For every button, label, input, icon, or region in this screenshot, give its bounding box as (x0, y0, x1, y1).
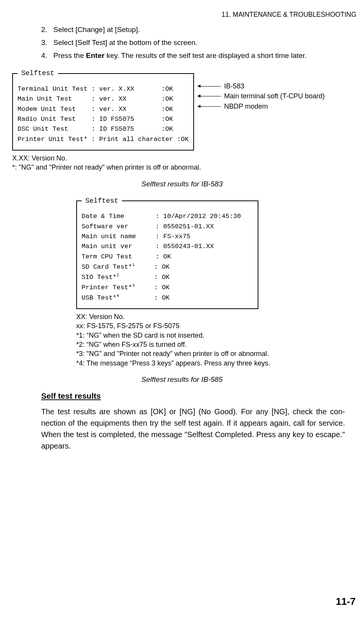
body-paragraph: The test results are shown as [OK] or [N… (8, 406, 356, 452)
step-text-part: key. The results of the self test are di… (104, 51, 307, 59)
test-label: SD Card Test* (82, 263, 132, 271)
selftest-panel-1: Selftest Terminal Unit Test : ver. X.XX … (12, 68, 194, 151)
step-item: 2. Select [Change] at [Setup]. (41, 26, 345, 34)
annotation-row: IB-583 (197, 81, 325, 91)
step-item: 4. Press the Enter key. The results of t… (41, 51, 345, 60)
test-row: Terminal Unit Test : ver. X.XX :OK (18, 84, 189, 94)
note-line: *2: “NG” when FS-xx75 is turned off. (76, 340, 356, 349)
note-line: *1: “NG” when the SD card is not inserte… (76, 331, 356, 340)
step-number: 3. (41, 38, 53, 47)
step-text: Select [Self Test] at the bottom of the … (53, 38, 345, 47)
test-row: Radio Unit Test : ID FS5075 :OK (18, 114, 189, 124)
test-value: : OK (119, 274, 170, 281)
test-row: Software ver : 0550251-01.XX (82, 222, 253, 232)
test-row: SIO Test*2 : OK (82, 272, 253, 282)
selftest-panel-2: Selftest Date & Time : 10/Apr/2012 20:45… (76, 196, 258, 309)
arrow-left-icon (197, 86, 221, 87)
annotation-label: Main terminal soft (T-CPU board) (224, 92, 325, 100)
test-row: DSC Unit Test : ID FS5075 :OK (18, 124, 189, 134)
test-value: : OK (135, 263, 170, 271)
figure-1-box: Selftest Terminal Unit Test : ver. X.XX … (12, 68, 194, 151)
note-line: XX: Version No. (76, 312, 356, 321)
enter-key-label: Enter (86, 51, 105, 59)
selftest-legend: Selftest (18, 68, 58, 79)
test-row: Date & Time : 10/Apr/2012 20:45:30 (82, 212, 253, 221)
note-line: *4: The message “Press 3 keys” appears. … (76, 359, 356, 368)
annotation-row: NBDP modem (197, 101, 325, 112)
note-line: *3: "NG" and "Printer not ready" when pr… (76, 349, 356, 358)
annotation-label: NBDP modem (224, 103, 268, 111)
step-text-part: Press the (53, 51, 86, 59)
test-row: SD Card Test*1 : OK (82, 262, 253, 272)
figure-2-box: Selftest Date & Time : 10/Apr/2012 20:45… (76, 196, 258, 309)
test-label: SIO Test* (82, 274, 117, 281)
note-line: xx: FS-1575, FS-2575 or FS-5075 (76, 321, 356, 330)
note-line: X.XX: Version No. (12, 154, 356, 163)
test-row: Printer Unit Test* : Print all character… (18, 135, 189, 144)
test-row: Term CPU Test : OK (82, 252, 253, 262)
step-number: 4. (41, 51, 53, 60)
test-row: USB Test*4 : OK (82, 293, 253, 303)
test-row: Modem Unit Test : ver. XX :OK (18, 104, 189, 114)
test-row: Main Unit Test : ver. XX :OK (18, 94, 189, 104)
page-header: 11. MAINTENANCE & TROUBLESHOOTING (8, 11, 356, 19)
step-number: 2. (41, 26, 53, 34)
page-number: 11-7 (336, 596, 356, 607)
figure-2-wrap: Selftest Date & Time : 10/Apr/2012 20:45… (76, 196, 356, 309)
selftest-legend: Selftest (82, 196, 122, 207)
arrow-left-icon (197, 106, 221, 107)
note-line: *: "NG" and "Printer not ready" when pri… (12, 163, 356, 172)
annotation-label: IB-583 (224, 82, 244, 90)
section-subheading: Self test results (41, 391, 356, 401)
arrow-left-icon (197, 96, 221, 96)
annotation-column: IB-583 Main terminal soft (T-CPU board) … (197, 68, 325, 112)
test-label: USB Test* (82, 294, 117, 301)
test-value: : OK (119, 294, 170, 301)
test-row: Printer Test*3 : OK (82, 282, 253, 293)
test-row: Main unit ver : 0550243-01.XX (82, 242, 253, 252)
figure-1-wrap: Selftest Terminal Unit Test : ver. X.XX … (12, 68, 356, 151)
step-list: 2. Select [Change] at [Setup]. 3. Select… (8, 26, 356, 60)
step-item: 3. Select [Self Test] at the bottom of t… (41, 38, 345, 47)
annotation-row: Main terminal soft (T-CPU board) (197, 91, 325, 102)
test-label: Printer Test* (82, 284, 132, 291)
figure-1-notes: X.XX: Version No. *: "NG" and "Printer n… (12, 154, 356, 172)
figure-2-notes: XX: Version No. xx: FS-1575, FS-2575 or … (76, 312, 356, 368)
figure-2-caption: Selftest results for IB-585 (8, 375, 356, 384)
figure-1-caption: Selftest results for IB-583 (8, 180, 356, 188)
test-row: Main unit name : FS-xx75 (82, 232, 253, 242)
step-text: Select [Change] at [Setup]. (53, 26, 345, 34)
step-text: Press the Enter key. The results of the … (53, 51, 345, 60)
test-value: : OK (135, 284, 170, 291)
